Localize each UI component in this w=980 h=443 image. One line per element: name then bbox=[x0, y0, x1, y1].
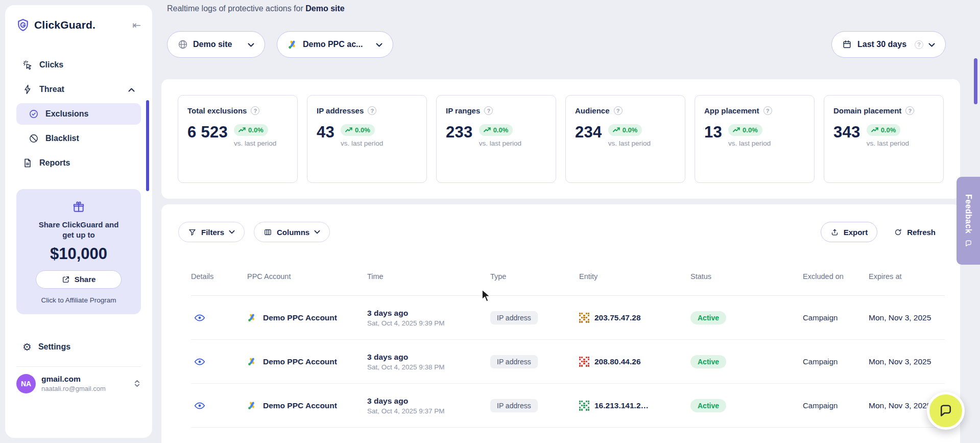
ppc-account-name: Demo PPC Account bbox=[263, 401, 337, 410]
cursor-click-icon bbox=[22, 60, 33, 70]
time-relative: 3 days ago bbox=[367, 309, 490, 318]
ppc-account-name: Demo PPC Account bbox=[263, 313, 337, 322]
status-badge: Active bbox=[690, 311, 726, 324]
ppc-account-selector[interactable]: Demo PPC ac... bbox=[277, 31, 393, 58]
ppc-account-selector-label: Demo PPC ac... bbox=[303, 40, 363, 49]
sidebar-item-threat[interactable]: Threat bbox=[16, 79, 141, 100]
entity-value: 208.80.44.26 bbox=[594, 357, 641, 366]
trend-up-icon bbox=[484, 127, 491, 133]
stat-value: 343 bbox=[833, 123, 861, 142]
col-header-details: Details bbox=[191, 272, 213, 281]
site-selector-label: Demo site bbox=[193, 40, 232, 49]
promo-amount: $10,000 bbox=[25, 245, 133, 263]
stat-label: IP addresses bbox=[317, 106, 364, 115]
sidebar-item-blacklist[interactable]: Blacklist bbox=[16, 128, 141, 149]
chevron-up-icon bbox=[128, 85, 135, 94]
site-selector[interactable]: Demo site bbox=[167, 31, 265, 58]
page-scrollbar[interactable] bbox=[974, 58, 977, 104]
sidebar-scrollbar[interactable] bbox=[146, 100, 149, 191]
excluded-on-value: Campaign bbox=[803, 357, 869, 366]
sidebar: ClickGuard. ⇤ Clicks Threat bbox=[5, 5, 152, 438]
trend-up-badge: 0.0% bbox=[608, 124, 642, 136]
feedback-widget-icon bbox=[965, 240, 972, 247]
chat-launcher-button[interactable] bbox=[927, 392, 965, 430]
filters-button[interactable]: Filters bbox=[178, 222, 245, 242]
sidebar-item-settings[interactable]: ⚙ Settings bbox=[16, 337, 141, 357]
table-row: Demo PPC Account 3 days agoSat, Oct 4, 2… bbox=[191, 384, 945, 428]
table-row: Demo PPC Account 3 days agoSat, Oct 4, 2… bbox=[191, 296, 945, 340]
help-icon[interactable]: ? bbox=[763, 106, 772, 115]
time-absolute: Sat, Oct 4, 2025 9:38 PM bbox=[367, 363, 490, 371]
stat-card-ip-ranges: IP ranges? 233 0.0% vs. last period bbox=[436, 95, 556, 183]
view-details-eye-icon[interactable] bbox=[194, 312, 205, 323]
user-domain: gmail.com bbox=[41, 375, 106, 384]
status-badge: Active bbox=[690, 399, 726, 412]
time-relative: 3 days ago bbox=[367, 397, 490, 406]
entity-value: 203.75.47.28 bbox=[594, 313, 641, 322]
sidebar-nav: Clicks Threat Exclusions bbox=[16, 54, 141, 174]
nav-label-clicks: Clicks bbox=[39, 60, 63, 69]
excluded-on-value: Campaign bbox=[803, 401, 869, 410]
affiliate-program-link[interactable]: Click to Affiliate Program bbox=[25, 296, 133, 304]
refresh-button[interactable]: Refresh bbox=[885, 222, 945, 242]
user-email: naatali.ro@gmail.com bbox=[41, 385, 106, 392]
trend-up-badge: 0.0% bbox=[234, 124, 268, 136]
chevron-up-down-icon[interactable] bbox=[133, 379, 141, 388]
sidebar-item-clicks[interactable]: Clicks bbox=[16, 54, 141, 76]
affiliate-promo-card: Share ClickGuard and get up to $10,000 S… bbox=[16, 189, 141, 314]
sidebar-item-reports[interactable]: Reports bbox=[16, 152, 141, 174]
nav-label-reports: Reports bbox=[39, 158, 70, 168]
trend-up-badge: 0.0% bbox=[867, 124, 901, 136]
nav-label-blacklist: Blacklist bbox=[45, 134, 79, 143]
date-range-label: Last 30 days bbox=[857, 40, 906, 49]
ppc-account-name: Demo PPC Account bbox=[263, 357, 337, 366]
clickguard-dashboard: ClickGuard. ⇤ Clicks Threat bbox=[0, 0, 980, 443]
chevron-down-icon bbox=[376, 40, 383, 49]
stat-label: Audience bbox=[575, 106, 610, 115]
google-ads-icon bbox=[288, 39, 298, 50]
table-row: Demo PPC Account 3 days agoSat, Oct 4, 2… bbox=[191, 340, 945, 384]
gift-icon bbox=[25, 200, 133, 214]
help-icon[interactable]: ? bbox=[484, 106, 493, 115]
export-icon bbox=[830, 228, 839, 237]
stat-card-ip-addresses: IP addresses? 43 0.0% vs. last period bbox=[307, 95, 427, 183]
view-details-eye-icon[interactable] bbox=[194, 400, 205, 411]
chat-bubble-icon bbox=[938, 403, 953, 418]
export-button-label: Export bbox=[844, 228, 868, 237]
trend-up-icon bbox=[613, 127, 620, 133]
entity-identicon bbox=[579, 357, 589, 367]
nav-label-exclusions: Exclusions bbox=[45, 109, 88, 119]
filters-button-label: Filters bbox=[201, 228, 224, 237]
stat-card-app-placement: App placement? 13 0.0% vs. last period bbox=[695, 95, 815, 183]
user-menu[interactable]: NA gmail.com naatali.ro@gmail.com bbox=[16, 374, 141, 393]
help-icon[interactable]: ? bbox=[915, 40, 923, 49]
columns-button[interactable]: Columns bbox=[254, 222, 330, 242]
stat-vs-label: vs. last period bbox=[728, 139, 771, 147]
time-relative: 3 days ago bbox=[367, 353, 490, 362]
collapse-sidebar-icon[interactable]: ⇤ bbox=[132, 20, 141, 30]
document-icon bbox=[22, 158, 33, 168]
feedback-tab[interactable]: Feedback bbox=[957, 177, 980, 265]
settings-label: Settings bbox=[38, 342, 70, 352]
status-badge: Active bbox=[690, 355, 726, 368]
share-button[interactable]: Share bbox=[36, 270, 122, 289]
sidebar-item-exclusions[interactable]: Exclusions bbox=[16, 103, 141, 125]
google-ads-icon bbox=[247, 313, 257, 323]
stat-vs-label: vs. last period bbox=[479, 139, 521, 147]
entity-identicon bbox=[579, 401, 589, 411]
table-header-row: Details PPC Account Time Type Entity Sta… bbox=[191, 258, 945, 296]
entity-value: 16.213.141.2… bbox=[594, 401, 649, 410]
help-icon[interactable]: ? bbox=[905, 106, 914, 115]
date-range-selector[interactable]: Last 30 days ? bbox=[831, 31, 946, 58]
logo-text: ClickGuard. bbox=[34, 19, 95, 31]
lightning-bolt-icon bbox=[22, 84, 33, 95]
export-button[interactable]: Export bbox=[821, 222, 878, 242]
help-icon[interactable]: ? bbox=[251, 106, 259, 115]
external-link-icon bbox=[62, 275, 70, 284]
time-absolute: Sat, Oct 4, 2025 9:37 PM bbox=[367, 407, 490, 415]
stat-card-audience: Audience? 234 0.0% vs. last period bbox=[565, 95, 685, 183]
view-details-eye-icon[interactable] bbox=[194, 356, 205, 367]
table-toolbar: Filters Columns Export Refresh bbox=[178, 219, 945, 245]
help-icon[interactable]: ? bbox=[614, 106, 623, 115]
help-icon[interactable]: ? bbox=[368, 106, 376, 115]
